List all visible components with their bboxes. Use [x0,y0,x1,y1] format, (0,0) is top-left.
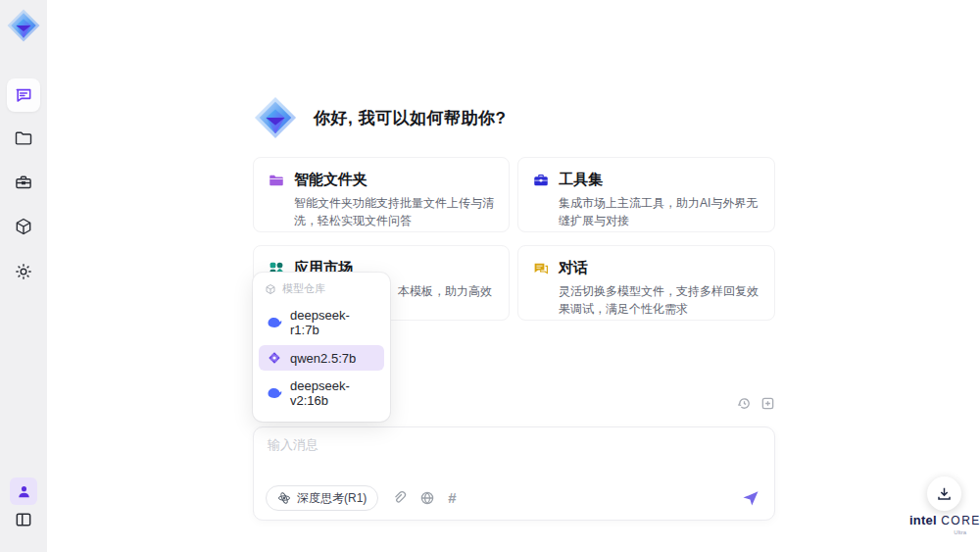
sidebar-item-models[interactable] [14,217,33,236]
greeting: 你好, 我可以如何帮助你? [253,95,506,140]
sidebar-item-folders[interactable] [14,128,33,148]
gear-icon [14,262,33,281]
globe-icon[interactable] [419,490,435,506]
new-chat-icon[interactable] [760,396,775,411]
card-description: 集成市场上主流工具，助力AI与外界无缝扩展与对接 [559,194,760,229]
atom-icon [277,491,291,505]
card-title: 智能文件夹 [294,171,368,189]
card-title: 工具集 [559,171,603,189]
sidebar-item-tools[interactable] [14,173,33,192]
sidebar-item-chat[interactable] [7,78,40,112]
sidebar [0,0,47,552]
intel-core-logo: intel core Ultra [909,512,974,535]
folder-icon [268,172,285,189]
history-icon[interactable] [737,396,752,411]
toolbox-icon [532,172,550,189]
app-window: 你好, 我可以如何帮助你? 智能文件夹 智能文件夹功能支持批量文件上传与清洗，轻… [0,0,980,552]
card-description: 智能文件夹功能支持批量文件上传与清洗，轻松实现文件问答 [294,194,495,229]
model-option-label: deepseek-r1:7b [290,308,376,337]
download-button[interactable] [927,477,961,511]
model-option-deepseek-v2[interactable]: deepseek-v2:16b [259,374,384,413]
model-dropdown-header-label: 模型仓库 [282,281,325,296]
app-logo-icon [6,8,41,43]
whale-icon [267,315,282,330]
ultra-wordmark: Ultra [909,529,966,535]
card-smart-folder[interactable]: 智能文件夹 智能文件夹功能支持批量文件上传与清洗，轻松实现文件问答 [253,157,510,232]
sidebar-item-settings[interactable] [14,262,33,281]
sidebar-item-collapse[interactable] [14,510,33,529]
composer-toolbar: 深度思考(R1) # [266,485,760,511]
core-wordmark: core [941,514,980,527]
model-dropdown: 模型仓库 deepseek-r1:7b qwen2.5:7b deepseek-… [253,273,390,422]
chat-bubble-icon [14,85,33,105]
card-conversation[interactable]: 对话 灵活切换多模型文件，支持多样回复效果调试，满足个性化需求 [517,245,775,321]
model-option-deepseek-r1[interactable]: deepseek-r1:7b [259,303,384,342]
folder-icon [14,128,33,148]
qwen-icon [267,350,282,366]
model-dropdown-header: 模型仓库 [259,278,384,303]
conversation-actions [737,396,775,411]
model-option-qwen[interactable]: qwen2.5:7b [259,345,384,371]
card-description: 灵活切换多模型文件，支持多样回复效果调试，满足个性化需求 [559,282,760,318]
send-icon[interactable] [741,488,760,508]
model-option-label: deepseek-v2:16b [290,378,376,408]
cube-icon [265,283,276,295]
message-input[interactable]: 输入消息 [268,436,760,454]
download-icon [936,485,953,502]
model-option-label: qwen2.5:7b [290,351,356,366]
message-composer[interactable]: 输入消息 深度思考(R1) # [253,427,775,521]
app-logo-icon [253,95,298,140]
card-toolset[interactable]: 工具集 集成市场上主流工具，助力AI与外界无缝扩展与对接 [517,157,775,232]
card-title: 对话 [559,259,588,277]
whale-icon [267,385,282,401]
intel-wordmark: intel [909,513,937,527]
panel-icon [14,510,33,529]
hash-icon[interactable]: # [448,490,456,506]
paperclip-icon[interactable] [391,490,407,506]
deep-think-button[interactable]: 深度思考(R1) [266,485,378,511]
greeting-text: 你好, 我可以如何帮助你? [314,107,506,129]
toolbox-icon [14,173,33,192]
deep-think-label: 深度思考(R1) [297,490,367,507]
sidebar-item-account[interactable] [10,477,37,505]
cube-icon [14,217,33,236]
user-icon [16,483,32,500]
chat-bubbles-icon [532,260,550,277]
